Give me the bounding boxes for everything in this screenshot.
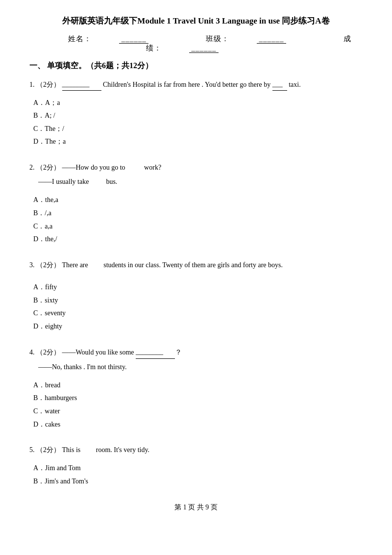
q4-option-b: B．hamburgers (33, 392, 363, 405)
question-2: 2. （2分） ——How do you go to work? ——I usu… (29, 161, 363, 246)
q4-option-a: A．bread (33, 379, 363, 392)
info-row: 姓名：______ 班级：______ 成绩：______ (29, 34, 363, 53)
q5-option-b: B．Jim's and Tom's (33, 475, 363, 488)
question-2-text: 2. （2分） ——How do you go to work? (29, 161, 363, 174)
q1-option-a: A．A；a (33, 97, 363, 110)
q1-points: （2分） (36, 81, 60, 88)
name-label: 姓名：______ (54, 35, 162, 43)
question-5-text: 5. （2分） This is room. It's very tidy. (29, 444, 363, 456)
q5-option-a: A．Jim and Tom (33, 462, 363, 475)
q4-points: （2分） (36, 349, 60, 356)
question-4-text: 4. （2分） ——Would you like some ________？ (29, 346, 363, 358)
question-4: 4. （2分） ——Would you like some ________？ … (29, 346, 363, 431)
q4-number: 4. (29, 349, 35, 356)
q2-number: 2. (29, 164, 35, 171)
question-1: 1. （2分） ________ Children's Hospital is … (29, 78, 363, 149)
q1-option-d: D．The；a (33, 135, 363, 149)
page-title: 外研版英语九年级下Module 1 Travel Unit 3 Language… (29, 15, 363, 27)
q4-option-c: C．water (33, 405, 363, 418)
question-2-line2: ——I usually take bus. (38, 176, 363, 188)
question-3: 3. （2分） There are students in our class.… (29, 259, 363, 333)
q2-option-d: D．the,/ (33, 233, 363, 246)
q5-number: 5. (29, 446, 35, 454)
section-header: 一、 单项填空。（共6题；共12分） (29, 61, 363, 71)
q2-option-a: A．the,a (33, 194, 363, 207)
question-3-text: 3. （2分） There are students in our class.… (29, 259, 363, 271)
q3-option-b: B．sixty (33, 294, 363, 307)
question-4-line2: ——No, thanks . I'm not thirsty. (38, 361, 363, 373)
q3-points: （2分） (36, 261, 60, 269)
q5-points: （2分） (36, 446, 60, 454)
q3-option-c: C．seventy (33, 307, 363, 320)
q1-number: 1. (29, 81, 35, 88)
q4-option-d: D．cakes (33, 418, 363, 431)
q2-option-c: C．a,a (33, 220, 363, 233)
q3-option-a: A．fifty (33, 281, 363, 294)
q1-option-b: B．A; / (33, 109, 363, 123)
q1-option-c: C．The；/ (33, 123, 363, 136)
page-footer: 第 1 页 共 9 页 (29, 503, 363, 512)
q2-option-b: B．/,a (33, 207, 363, 220)
q3-number: 3. (29, 261, 35, 269)
class-label: 班级：______ (192, 35, 300, 43)
question-5: 5. （2分） This is room. It's very tidy. A．… (29, 444, 363, 488)
q3-option-d: D．eighty (33, 320, 363, 333)
question-1-text: 1. （2分） ________ Children's Hospital is … (29, 78, 363, 91)
q2-points: （2分） (36, 164, 60, 171)
